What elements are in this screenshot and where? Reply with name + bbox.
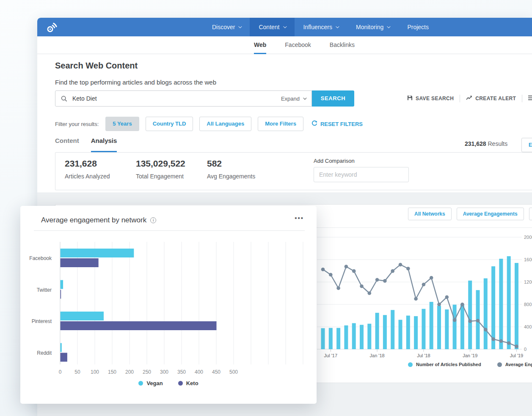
filter-button-country-tld[interactable]: Country TLD bbox=[146, 117, 193, 131]
svg-text:400: 400 bbox=[524, 324, 532, 329]
month-button[interactable]: Month bbox=[529, 208, 532, 220]
bar-twitter-vegan bbox=[61, 280, 63, 289]
timeline-point bbox=[360, 285, 364, 288]
all-saved-button[interactable]: ALL SAVED bbox=[522, 96, 532, 101]
chevron-down-icon bbox=[303, 96, 306, 99]
bar-reddit-keto bbox=[61, 353, 67, 362]
timeline-bar bbox=[367, 324, 371, 349]
screen: Discover Content Influencers Monitoring … bbox=[0, 0, 532, 416]
timeline-point bbox=[460, 303, 464, 307]
nav-menu: Discover Content Influencers Monitoring … bbox=[203, 18, 438, 36]
timeline-bar bbox=[430, 302, 433, 349]
svg-text:2000: 2000 bbox=[524, 235, 532, 240]
timeline-point bbox=[422, 283, 426, 287]
timeline-point bbox=[406, 267, 410, 271]
svg-text:Facebook: Facebook bbox=[29, 255, 52, 261]
nav-item-discover[interactable]: Discover bbox=[203, 18, 250, 36]
export-button[interactable]: EXPORT bbox=[521, 138, 532, 152]
timeline-bar bbox=[383, 315, 387, 349]
nav-item-label: Monitoring bbox=[356, 24, 383, 30]
expand-toggle[interactable]: Expand bbox=[281, 96, 306, 102]
timeline-line bbox=[323, 265, 517, 346]
svg-text:300: 300 bbox=[160, 369, 168, 375]
legend-dot-gray bbox=[497, 362, 502, 367]
timeline-bar bbox=[499, 259, 503, 349]
svg-text:1600: 1600 bbox=[524, 257, 532, 262]
action-label: CREATE ALERT bbox=[475, 96, 516, 101]
timeline-bar bbox=[375, 313, 379, 349]
all-networks-button[interactable]: All Networks bbox=[408, 208, 452, 220]
more-menu-button[interactable]: ••• bbox=[295, 214, 304, 222]
nav-item-content[interactable]: Content bbox=[250, 18, 294, 36]
timeline-point bbox=[329, 273, 333, 276]
tab-web[interactable]: Web bbox=[254, 36, 266, 54]
page-title: Search Web Content bbox=[55, 61, 138, 71]
timeline-point bbox=[399, 263, 402, 267]
results-tabs: Content Analysis bbox=[55, 137, 117, 152]
timeline-legend: Number of Articles Published Average Eng… bbox=[408, 362, 532, 367]
create-alert-button[interactable]: CREATE ALERT bbox=[460, 95, 522, 102]
nav-item-monitoring[interactable]: Monitoring bbox=[347, 18, 398, 36]
nav-item-influencers[interactable]: Influencers bbox=[295, 18, 347, 36]
tab-facebook[interactable]: Facebook bbox=[285, 36, 311, 54]
filter-button-date-range[interactable]: 5 Years bbox=[105, 117, 139, 131]
nav-item-label: Content bbox=[259, 24, 279, 30]
timeline-bar bbox=[445, 309, 449, 349]
timeline-bar bbox=[329, 328, 333, 349]
timeline-bar bbox=[453, 305, 457, 349]
nav-item-projects[interactable]: Projects bbox=[398, 18, 438, 36]
chevron-down-icon bbox=[239, 25, 242, 28]
legend-item-vegan: Vegan bbox=[138, 380, 163, 386]
timeline-point bbox=[437, 303, 441, 307]
refresh-icon bbox=[311, 120, 317, 128]
search-query-text: Keto Diet bbox=[72, 95, 97, 102]
save-search-button[interactable]: SAVE SEARCH bbox=[401, 95, 460, 102]
svg-text:200: 200 bbox=[125, 369, 134, 375]
bar-twitter-keto bbox=[61, 290, 61, 299]
svg-text:100: 100 bbox=[91, 369, 99, 375]
bar-facebook-vegan bbox=[61, 249, 134, 257]
filter-button-more-filters[interactable]: More Filters bbox=[258, 117, 303, 131]
svg-text:150: 150 bbox=[108, 369, 116, 375]
tab-analysis[interactable]: Analysis bbox=[91, 137, 117, 152]
reset-filters-button[interactable]: RESET FILTERS bbox=[311, 120, 363, 128]
timeline-bar bbox=[414, 316, 418, 349]
filter-row: Filter your results: 5 Years Country TLD… bbox=[55, 117, 363, 131]
legend-label: Average Engagement bbox=[505, 362, 532, 367]
search-icon bbox=[61, 96, 67, 104]
svg-text:Pinterest: Pinterest bbox=[32, 318, 52, 324]
average-engagements-button[interactable]: Average Engagements bbox=[457, 208, 524, 220]
timeline-bar bbox=[336, 328, 340, 349]
brand-logo-icon[interactable] bbox=[46, 21, 59, 35]
legend-dot-cyan bbox=[408, 362, 413, 367]
search-button[interactable]: SEARCH bbox=[312, 90, 354, 107]
stat-value: 582 bbox=[207, 159, 222, 169]
info-icon[interactable]: i bbox=[150, 217, 156, 223]
results-count-label: Results bbox=[488, 140, 508, 147]
filter-button-languages[interactable]: All Languages bbox=[199, 117, 251, 131]
search-input[interactable]: Keto Diet Expand bbox=[55, 90, 312, 107]
network-bar-chart: 050100150200250300350400450500FacebookTw… bbox=[20, 234, 317, 378]
timeline-point bbox=[476, 319, 480, 323]
svg-text:400: 400 bbox=[195, 369, 203, 375]
expand-label: Expand bbox=[281, 96, 300, 102]
timeline-bar bbox=[437, 306, 441, 349]
search-section: Search Web Content Find the top performi… bbox=[37, 54, 532, 192]
timeline-point bbox=[375, 278, 379, 282]
timeline-bar bbox=[484, 278, 488, 349]
svg-text:Jul '19: Jul '19 bbox=[510, 353, 523, 358]
svg-text:Jul '17: Jul '17 bbox=[324, 353, 337, 358]
timeline-bar bbox=[507, 256, 511, 349]
timeline-point bbox=[336, 286, 340, 290]
svg-text:250: 250 bbox=[143, 369, 151, 375]
tab-backlinks[interactable]: Backlinks bbox=[330, 36, 355, 54]
timeline-point bbox=[453, 318, 457, 322]
chevron-down-icon bbox=[336, 25, 339, 28]
comparison-keyword-input[interactable] bbox=[314, 167, 409, 182]
subnav-tabs: Web Facebook Backlinks bbox=[254, 36, 355, 54]
top-navbar: Discover Content Influencers Monitoring … bbox=[37, 18, 532, 36]
tab-content[interactable]: Content bbox=[55, 137, 79, 152]
chevron-down-icon bbox=[283, 25, 287, 28]
popup-legend: Vegan Keto bbox=[20, 380, 317, 386]
trend-icon bbox=[466, 95, 472, 102]
